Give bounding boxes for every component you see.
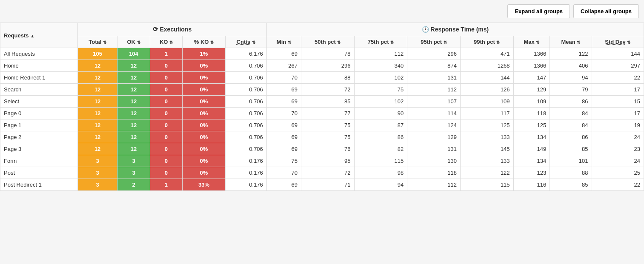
- pct-ko-cell: 0%: [183, 167, 226, 179]
- total-cell: 12: [77, 131, 117, 143]
- mean-header[interactable]: Mean ⇅: [550, 36, 592, 48]
- table-row: All Requests 105 104 1 1% 6.176 69 78 11…: [0, 48, 644, 60]
- ok-cell: 3: [117, 155, 150, 167]
- min-cell: 75: [266, 155, 301, 167]
- toolbar: Expand all groups Collapse all groups: [0, 0, 644, 23]
- p99-header[interactable]: 99th pct ⇅: [460, 36, 513, 48]
- table-row: Page 3 12 12 0 0% 0.706 69 76 82 131 145…: [0, 143, 644, 155]
- max-cell: 125: [513, 119, 550, 131]
- total-cell: 12: [77, 60, 117, 72]
- ko-cell: 0: [150, 155, 182, 167]
- p75-header[interactable]: 75th pct ⇅: [354, 36, 407, 48]
- p95-header[interactable]: 95th pct ⇅: [407, 36, 461, 48]
- pct-ko-cell: 0%: [183, 143, 226, 155]
- stddev-cell: 297: [592, 60, 644, 72]
- ko-cell: 0: [150, 167, 182, 179]
- p99-cell: 115: [460, 179, 513, 191]
- p99-cell: 133: [460, 155, 513, 167]
- min-cell: 69: [266, 143, 301, 155]
- pct-ko-cell: 1%: [183, 48, 226, 60]
- response-time-section-header: 🕐 Response Time (ms): [266, 23, 644, 36]
- cnts-cell: 0.176: [225, 155, 266, 167]
- ko-cell: 0: [150, 72, 182, 84]
- total-cell: 105: [77, 48, 117, 60]
- request-name: Post: [0, 167, 78, 179]
- p75-cell: 90: [354, 108, 407, 119]
- total-header[interactable]: Total ⇅: [77, 36, 117, 48]
- ok-cell: 12: [117, 60, 150, 72]
- total-cell: 12: [77, 108, 117, 119]
- total-cell: 3: [77, 179, 117, 191]
- pct-ko-cell: 33%: [183, 179, 226, 191]
- min-cell: 69: [266, 96, 301, 108]
- mean-cell: 406: [550, 60, 592, 72]
- executions-icon: ⟳: [153, 26, 158, 33]
- request-name: Form: [0, 155, 78, 167]
- request-name: Page 1: [0, 119, 78, 131]
- cnts-header[interactable]: Cnt/s ⇅: [225, 36, 266, 48]
- cnts-cell: 0.706: [225, 96, 266, 108]
- collapse-all-button[interactable]: Collapse all groups: [573, 4, 639, 18]
- stats-table: Requests ▲ ⟳ Executions 🕐 Response Time …: [0, 23, 644, 191]
- table-row: Home Redirect 1 12 12 0 0% 0.706 70 88 1…: [0, 72, 644, 84]
- pct-ko-cell: 0%: [183, 108, 226, 119]
- stddev-cell: 22: [592, 179, 644, 191]
- max-cell: 116: [513, 179, 550, 191]
- stddev-header[interactable]: Std Dev ⇅: [592, 36, 644, 48]
- ok-cell: 12: [117, 72, 150, 84]
- ko-header[interactable]: KO ⇅: [150, 36, 182, 48]
- p75-cell: 94: [354, 179, 407, 191]
- p75-cell: 340: [354, 60, 407, 72]
- stddev-cell: 24: [592, 155, 644, 167]
- p50-cell: 71: [301, 179, 354, 191]
- mean-cell: 101: [550, 155, 592, 167]
- p95-cell: 114: [407, 108, 461, 119]
- table-row: Search 12 12 0 0% 0.706 69 72 75 112 126…: [0, 84, 644, 96]
- pct-ko-header[interactable]: % KO ⇅: [183, 36, 226, 48]
- total-cell: 12: [77, 96, 117, 108]
- p99-cell: 126: [460, 84, 513, 96]
- expand-all-button[interactable]: Expand all groups: [507, 4, 570, 18]
- p50-header[interactable]: 50th pct ⇅: [301, 36, 354, 48]
- min-header[interactable]: Min ⇅: [266, 36, 301, 48]
- table-row: Post Redirect 1 3 2 1 33% 0.176 69 71 94…: [0, 179, 644, 191]
- p50-cell: 76: [301, 143, 354, 155]
- pct-ko-cell: 0%: [183, 131, 226, 143]
- p75-cell: 87: [354, 119, 407, 131]
- min-cell: 70: [266, 167, 301, 179]
- p50-cell: 77: [301, 108, 354, 119]
- total-cell: 3: [77, 155, 117, 167]
- cnts-cell: 6.176: [225, 48, 266, 60]
- request-name: Page 0: [0, 108, 78, 119]
- pct-ko-cell: 0%: [183, 60, 226, 72]
- p95-cell: 131: [407, 72, 461, 84]
- p99-cell: 1268: [460, 60, 513, 72]
- cnts-cell: 0.706: [225, 72, 266, 84]
- request-name: Page 3: [0, 143, 78, 155]
- max-header[interactable]: Max ⇅: [513, 36, 550, 48]
- request-name: Post Redirect 1: [0, 179, 78, 191]
- stddev-cell: 17: [592, 108, 644, 119]
- ok-cell: 12: [117, 119, 150, 131]
- table-row: Post 3 3 0 0% 0.176 70 72 98 118 122 123…: [0, 167, 644, 179]
- requests-column-header[interactable]: Requests ▲: [0, 23, 78, 48]
- max-cell: 129: [513, 84, 550, 96]
- min-cell: 267: [266, 60, 301, 72]
- p99-cell: 471: [460, 48, 513, 60]
- mean-cell: 84: [550, 119, 592, 131]
- ko-cell: 0: [150, 96, 182, 108]
- clock-icon: 🕐: [422, 26, 429, 33]
- request-name: Home Redirect 1: [0, 72, 78, 84]
- max-cell: 109: [513, 96, 550, 108]
- max-cell: 118: [513, 108, 550, 119]
- min-cell: 69: [266, 179, 301, 191]
- ok-cell: 12: [117, 131, 150, 143]
- request-name: Select: [0, 96, 78, 108]
- mean-cell: 122: [550, 48, 592, 60]
- p50-cell: 95: [301, 155, 354, 167]
- request-name: All Requests: [0, 48, 78, 60]
- ok-cell: 12: [117, 143, 150, 155]
- ok-header[interactable]: OK ⇅: [117, 36, 150, 48]
- p99-cell: 145: [460, 143, 513, 155]
- pct-ko-cell: 0%: [183, 155, 226, 167]
